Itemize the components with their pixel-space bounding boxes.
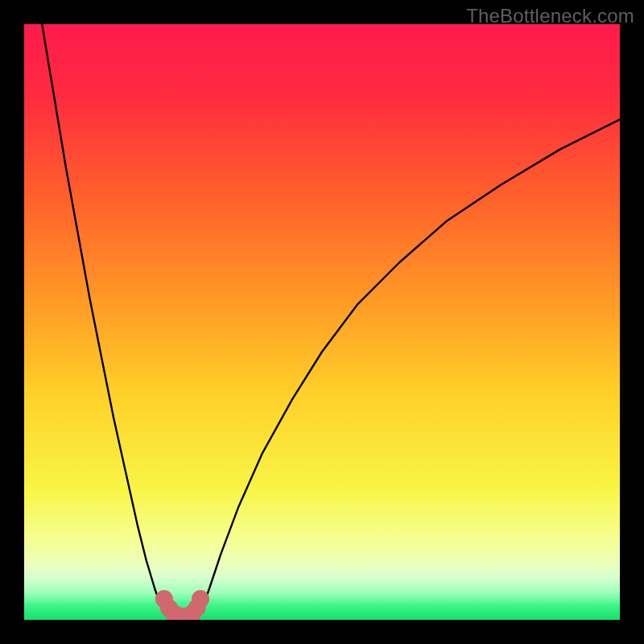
watermark-text: TheBottleneck.com (466, 5, 634, 27)
trough-markers (155, 590, 209, 620)
bottleneck-curve (24, 24, 620, 620)
trough-marker-dot (192, 590, 209, 608)
curve-line (42, 24, 620, 620)
